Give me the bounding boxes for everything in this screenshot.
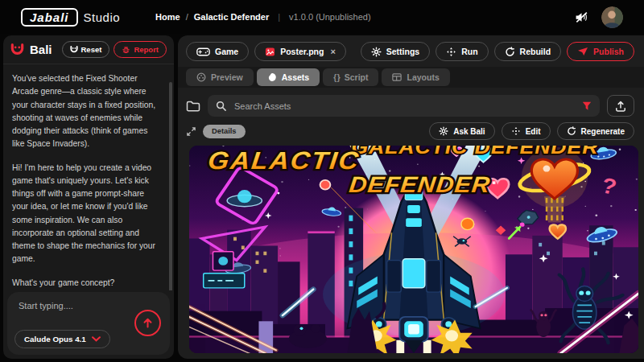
- model-label: Calude Opus 4.1: [24, 335, 86, 343]
- reset-button[interactable]: Reset: [62, 41, 110, 58]
- breadcrumb-home[interactable]: Home: [155, 12, 180, 22]
- avatar[interactable]: [601, 6, 623, 28]
- tab-game-label: Game: [215, 47, 238, 56]
- reel-icon: [196, 72, 206, 82]
- breadcrumb-divider: |: [278, 12, 280, 22]
- reset-label: Reset: [81, 45, 102, 54]
- close-tab-icon[interactable]: ×: [330, 47, 335, 56]
- chat-scroll-area[interactable]: You've selected the Fixed Shooter Arcade…: [3, 64, 174, 290]
- tab-script-label: Script: [345, 72, 369, 82]
- settings-label: Settings: [386, 47, 419, 56]
- jabali-logo: Jabali: [21, 8, 78, 27]
- asset-blob-icon: [267, 72, 277, 82]
- publish-plane-icon: [577, 47, 588, 56]
- poster-art: ?: [189, 146, 638, 353]
- rebuild-button[interactable]: Rebuild: [494, 42, 562, 61]
- poster-image: ?: [189, 146, 638, 353]
- view-tab-strip: Preview Assets { } Script Layouts: [178, 67, 644, 88]
- logo-suffix: Studio: [84, 10, 121, 24]
- poster-ghost-title: GALACTIC DEFENDER: [351, 146, 598, 158]
- tab-game[interactable]: Game: [186, 42, 249, 61]
- refresh-icon: [505, 47, 515, 57]
- gear-icon: [439, 126, 448, 136]
- chat-sidebar: Bali Reset Report: [3, 35, 174, 359]
- model-selector[interactable]: Calude Opus 4.1: [14, 330, 110, 348]
- tab-assets[interactable]: Assets: [257, 68, 320, 86]
- regenerate-button[interactable]: Regenerate: [557, 122, 634, 140]
- gear-icon: [371, 47, 382, 57]
- tab-preview-label: Preview: [211, 72, 243, 82]
- report-label: Report: [134, 45, 159, 54]
- tab-preview[interactable]: Preview: [186, 68, 254, 86]
- publish-label: Publish: [593, 47, 624, 56]
- poster-title-line1: GALACTIC: [206, 146, 361, 174]
- tab-poster-png[interactable]: Poster.png ×: [254, 42, 346, 61]
- gamepad-icon: [196, 47, 210, 56]
- poster-title-line2: DEFENDER: [348, 171, 492, 196]
- send-button[interactable]: [134, 310, 161, 336]
- ask-bali-button[interactable]: Ask Bali: [429, 122, 494, 140]
- tab-poster-label: Poster.png: [280, 47, 324, 56]
- run-label: Run: [461, 47, 477, 56]
- top-bar: Jabali Studio Home / Galactic Defender |…: [0, 0, 644, 34]
- send-arrow-icon: [142, 317, 154, 329]
- regenerate-label: Regenerate: [581, 127, 625, 136]
- refresh-icon: [567, 126, 576, 136]
- version-label: v1.0.0 (Unpublished): [289, 12, 371, 22]
- publish-button[interactable]: Publish: [567, 42, 634, 61]
- edit-label: Edit: [526, 127, 541, 136]
- tab-layouts-label: Layouts: [407, 72, 439, 82]
- sidebar-title: Bali: [30, 43, 52, 56]
- assistant-message-p1: You've selected the Fixed Shooter Arcade…: [12, 72, 161, 151]
- folder-icon[interactable]: [186, 101, 200, 112]
- filter-funnel-icon[interactable]: [582, 101, 592, 111]
- breadcrumb-separator: /: [186, 12, 188, 22]
- breadcrumb-project[interactable]: Galactic Defender: [194, 12, 270, 22]
- dpad-icon: [511, 126, 521, 136]
- settings-button[interactable]: Settings: [361, 42, 430, 61]
- breadcrumb: Home / Galactic Defender | v1.0.0 (Unpub…: [155, 12, 371, 22]
- bali-mascot-icon: [10, 43, 24, 56]
- tab-script[interactable]: { } Script: [323, 68, 378, 86]
- mute-icon[interactable]: [575, 11, 588, 23]
- run-button[interactable]: Run: [436, 42, 488, 61]
- chevron-down-icon: [92, 336, 101, 342]
- tab-layouts[interactable]: Layouts: [382, 68, 449, 86]
- image-file-icon: [265, 47, 275, 57]
- search-icon: [216, 101, 226, 111]
- tab-assets-label: Assets: [282, 72, 309, 82]
- expand-icon[interactable]: [186, 126, 196, 137]
- assistant-message-p3: What's your game concept?: [12, 277, 161, 290]
- rebuild-label: Rebuild: [520, 47, 551, 56]
- search-input[interactable]: [233, 101, 576, 112]
- bug-icon: [122, 45, 130, 54]
- report-button[interactable]: Report: [114, 41, 167, 58]
- upload-icon: [615, 101, 626, 112]
- dpad-icon: [446, 47, 456, 57]
- search-box: [208, 95, 600, 117]
- app-window: Jabali Studio Home / Galactic Defender |…: [0, 0, 644, 362]
- layout-panes-icon: [392, 72, 402, 82]
- chat-input[interactable]: [17, 300, 125, 311]
- edit-button[interactable]: Edit: [502, 122, 551, 140]
- sidebar-header: Bali Reset Report: [3, 35, 174, 64]
- workspace-panel: Game Poster.png × Settings: [178, 35, 644, 359]
- ask-bali-label: Ask Bali: [453, 127, 485, 136]
- chat-scrollbar[interactable]: [169, 82, 172, 290]
- code-braces-icon: { }: [333, 73, 340, 82]
- reset-smiley-icon: [70, 46, 78, 53]
- chat-input-panel: Calude Opus 4.1: [7, 292, 170, 355]
- upload-button[interactable]: [607, 95, 634, 117]
- details-button[interactable]: Details: [203, 125, 246, 138]
- assistant-message-p2: Hi! I'm here to help you create a video …: [12, 162, 161, 266]
